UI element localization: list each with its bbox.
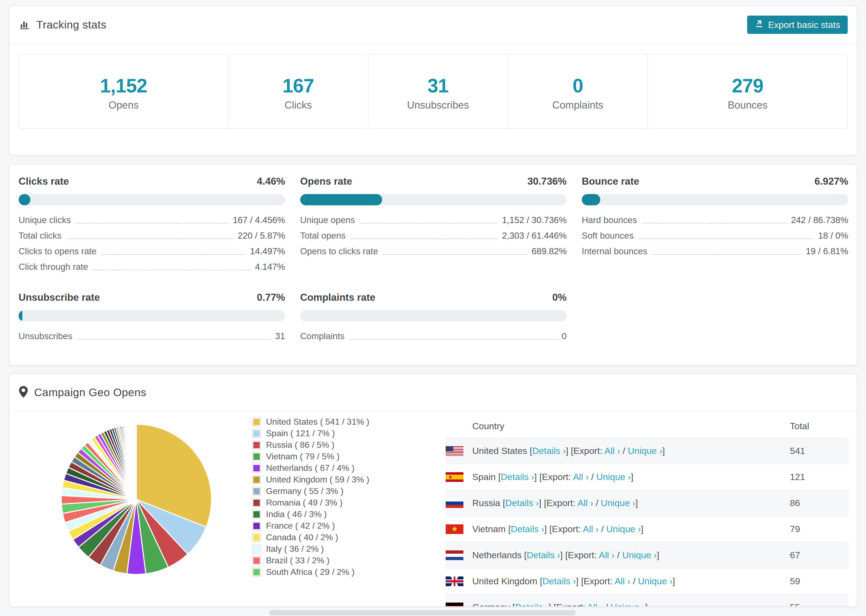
legend-swatch-india: [252, 510, 261, 519]
country-links-united-kingdom: United Kingdom [Details ›] [Export: All …: [472, 576, 675, 586]
export-all-link-vietnam[interactable]: All ›: [583, 524, 599, 534]
progress-bar-clicks-rate: [19, 194, 285, 205]
export-all-link-russia[interactable]: All ›: [578, 498, 593, 508]
legend-item-india: India ( 46 / 3% ): [252, 509, 369, 520]
geo-table-row-russia: Russia [Details ›] [Export: All › / Uniq…: [446, 490, 849, 516]
legend-item-romania: Romania ( 49 / 3% ): [252, 497, 369, 509]
summary-label-opens: Opens: [19, 99, 228, 111]
vn-flag-icon: [446, 524, 463, 534]
dotted-leader: [638, 238, 814, 239]
export-unique-link-spain[interactable]: Unique ›: [596, 472, 631, 482]
geo-title: Campaign Geo Opens: [34, 386, 146, 399]
geo-total-germany: 55: [790, 602, 849, 607]
rate-row-hard-bounces: Hard bounces242 / 86.738%: [582, 212, 848, 228]
geo-total-united-states: 541: [790, 446, 849, 456]
geo-country-cell-netherlands: Netherlands [Details ›] [Export: All › /…: [446, 550, 790, 560]
geo-total-russia: 86: [790, 498, 849, 508]
rate-rows-clicks-rate: Unique clicks167 / 4.456%Total clicks220…: [19, 212, 285, 275]
map-pin-icon: [19, 386, 28, 399]
rate-row-value: 31: [275, 331, 285, 341]
export-all-link-united-states[interactable]: All ›: [604, 446, 620, 456]
rate-row-label: Total opens: [300, 231, 346, 241]
legend-label-netherlands: Netherlands ( 67 / 4% ): [266, 463, 354, 473]
dotted-leader: [66, 238, 233, 239]
rate-row-total-opens: Total opens2,303 / 61.446%: [300, 228, 567, 244]
rate-row-value: 220 / 5.87%: [238, 231, 285, 241]
export-all-link-germany[interactable]: All ›: [587, 602, 603, 607]
export-all-link-spain[interactable]: All ›: [573, 472, 589, 482]
rate-row-complaints: Complaints0: [300, 328, 567, 344]
geo-pie-svg: [56, 419, 217, 580]
legend-swatch-russia: [252, 440, 261, 449]
tracking-stats-card: Tracking stats Export basic stats 1,152O…: [9, 5, 857, 156]
legend-item-germany: Germany ( 55 / 3% ): [252, 486, 369, 497]
geo-table-row-netherlands: Netherlands [Details ›] [Export: All › /…: [446, 542, 849, 568]
geo-country-cell-russia: Russia [Details ›] [Export: All › / Uniq…: [446, 498, 790, 508]
export-unique-link-vietnam[interactable]: Unique ›: [606, 524, 641, 534]
export-unique-link-russia[interactable]: Unique ›: [601, 498, 636, 508]
legend-item-south-africa: South Africa ( 29 / 2% ): [252, 566, 369, 578]
export-all-link-united-kingdom[interactable]: All ›: [614, 576, 630, 586]
rate-row-unsubscribes: Unsubscribes31: [19, 328, 285, 344]
rate-row-label: Unique clicks: [19, 215, 71, 225]
rate-row-label: Clicks to opens rate: [19, 246, 96, 256]
horizontal-scrollbar-thumb[interactable]: [269, 610, 576, 616]
rate-row-clicks-to-opens-rate: Clicks to opens rate14.497%: [19, 244, 285, 259]
details-link-germany[interactable]: Details ›: [515, 602, 549, 607]
rate-row-internal-bounces: Internal bounces19 / 6.81%: [582, 244, 848, 259]
dotted-leader: [350, 238, 498, 239]
rate-rows-bounce-rate: Hard bounces242 / 86.738%Soft bounces18 …: [582, 212, 848, 259]
rate-row-total-clicks: Total clicks220 / 5.87%: [19, 228, 285, 244]
rate-row-label: Internal bounces: [582, 246, 647, 256]
geo-table-rows: United States [Details ›] [Export: All ›…: [446, 438, 849, 607]
legend-swatch-spain: [252, 429, 261, 438]
nl-flag-icon: [446, 550, 463, 560]
rate-header-complaints-rate: Complaints rate0%: [300, 292, 567, 303]
geo-total-united-kingdom: 59: [790, 576, 849, 586]
summary-label-clicks: Clicks: [228, 99, 368, 111]
country-column-header: Country: [446, 421, 790, 431]
geo-total-vietnam: 79: [790, 524, 849, 534]
details-link-united-kingdom[interactable]: Details ›: [542, 576, 576, 586]
details-link-netherlands[interactable]: Details ›: [527, 550, 560, 560]
geo-table-header: Country Total: [446, 415, 849, 438]
legend-label-spain: Spain ( 121 / 7% ): [266, 428, 335, 438]
total-column-header: Total: [790, 421, 849, 431]
geo-total-spain: 121: [790, 472, 849, 482]
rate-header-bounce-rate: Bounce rate6.927%: [582, 176, 848, 187]
export-unique-link-united-kingdom[interactable]: Unique ›: [638, 576, 672, 586]
export-unique-link-germany[interactable]: Unique ›: [611, 602, 645, 607]
rate-row-label: Opens to clicks rate: [300, 246, 378, 256]
geo-body: United States ( 541 / 31% )Spain ( 121 /…: [9, 411, 857, 606]
country-links-netherlands: Netherlands [Details ›] [Export: All › /…: [472, 550, 659, 560]
progress-bar-unsubscribe-rate: [19, 310, 285, 321]
export-unique-link-netherlands[interactable]: Unique ›: [622, 550, 657, 560]
country-links-vietnam: Vietnam [Details ›] [Export: All › / Uni…: [472, 524, 643, 534]
country-links-russia: Russia [Details ›] [Export: All › / Uniq…: [472, 498, 638, 508]
progress-fill-unsubscribe-rate: [19, 310, 22, 321]
dotted-leader: [642, 223, 787, 224]
export-basic-stats-button[interactable]: Export basic stats: [747, 16, 848, 34]
export-all-link-netherlands[interactable]: All ›: [599, 550, 615, 560]
details-link-russia[interactable]: Details ›: [505, 498, 539, 508]
export-icon: [755, 19, 764, 30]
legend-swatch-canada: [252, 533, 261, 542]
page-title: Tracking stats: [36, 19, 107, 31]
summary-card-unsubscribes: 31Unsubscribes: [368, 54, 508, 129]
rate-row-unique-opens: Unique opens1,152 / 30.736%: [300, 212, 567, 228]
summary-value-bounces: 279: [648, 75, 847, 97]
rate-section-clicks-rate: Clicks rate4.46%Unique clicks167 / 4.456…: [19, 176, 285, 275]
rate-section-complaints-rate: Complaints rate0%Complaints0: [300, 292, 567, 344]
summary-card-clicks: 167Clicks: [228, 54, 368, 129]
rate-title-unsubscribe-rate: Unsubscribe rate: [19, 292, 100, 303]
details-link-vietnam[interactable]: Details ›: [511, 524, 544, 534]
geo-country-cell-united-states: United States [Details ›] [Export: All ›…: [446, 446, 790, 456]
rate-row-value: 18 / 0%: [818, 231, 848, 241]
rate-rows-complaints-rate: Complaints0: [300, 328, 567, 344]
details-link-spain[interactable]: Details ›: [501, 472, 534, 482]
rate-rows-unsubscribe-rate: Unsubscribes31: [19, 328, 285, 344]
rate-title-opens-rate: Opens rate: [300, 176, 352, 187]
export-unique-link-united-states[interactable]: Unique ›: [628, 446, 663, 456]
details-link-united-states[interactable]: Details ›: [532, 446, 566, 456]
rate-rows-opens-rate: Unique opens1,152 / 30.736%Total opens2,…: [300, 212, 567, 259]
